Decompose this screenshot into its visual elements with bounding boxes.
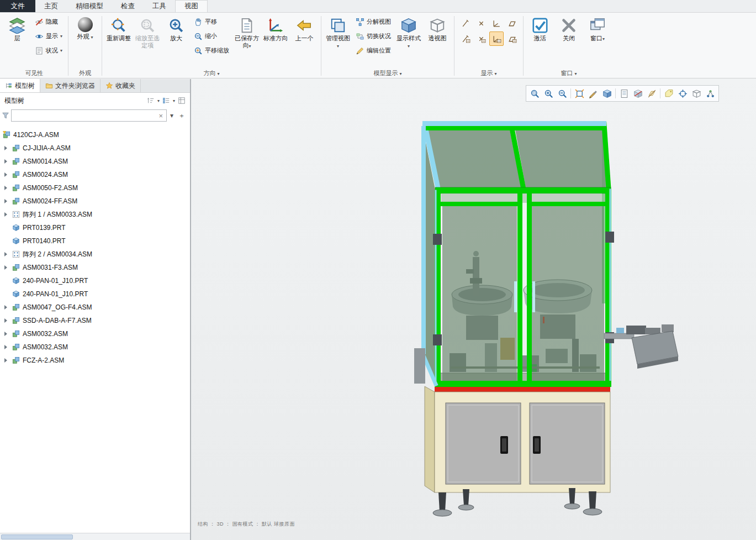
- point-tag-display-toggle[interactable]: [474, 32, 488, 46]
- repaint-icon[interactable]: [586, 87, 600, 100]
- tree-horizontal-scrollbar[interactable]: [0, 533, 190, 540]
- expand-arrow-icon[interactable]: [3, 344, 9, 350]
- close-window-button[interactable]: 关闭: [555, 15, 583, 44]
- tree-item[interactable]: ASM0024.ASM: [0, 168, 190, 181]
- zoom-in-icon[interactable]: [542, 87, 555, 100]
- spin-center-icon[interactable]: [676, 87, 689, 100]
- csys-display-toggle[interactable]: [489, 16, 504, 30]
- point-display-toggle[interactable]: [474, 16, 488, 30]
- edit-position-icon: [356, 46, 364, 55]
- tree-item[interactable]: PRT0140.PRT: [0, 234, 190, 248]
- expand-arrow-icon[interactable]: [3, 198, 9, 205]
- tree-item[interactable]: 4120CJ-A.ASM: [0, 128, 190, 141]
- perspective-icon[interactable]: [690, 87, 703, 100]
- zoom-in-button[interactable]: 放大: [162, 15, 190, 44]
- zoom-to-selected-button[interactable]: 缩放至选定项: [134, 15, 161, 51]
- expand-arrow-icon[interactable]: [3, 185, 9, 191]
- tree-item[interactable]: 240-PAN-01_J10.PRT: [0, 274, 190, 287]
- status-button[interactable]: 状况▾: [32, 44, 65, 57]
- tab-view[interactable]: 视图: [175, 0, 208, 12]
- pan-button[interactable]: 平移: [191, 15, 232, 29]
- tree-item[interactable]: CJ-JIJIA-A.ASM: [0, 141, 190, 155]
- window-button[interactable]: 窗口▾: [584, 15, 611, 44]
- tab-home[interactable]: 主页: [35, 0, 67, 12]
- display-style-icon[interactable]: [600, 87, 614, 100]
- tree-item[interactable]: ASM0032.ASM: [0, 340, 190, 354]
- plane-tag-display-toggle[interactable]: [505, 32, 519, 46]
- display-style-button[interactable]: 显示样式▾: [395, 15, 422, 51]
- manage-views-button[interactable]: 管理视图▾: [324, 15, 352, 51]
- previous-view-button[interactable]: 上一个: [290, 15, 318, 44]
- tree-search-input[interactable]: ×: [11, 109, 167, 122]
- panel-tab-folder-browser[interactable]: 文件夹浏览器: [40, 79, 101, 92]
- tree-item[interactable]: 阵列 2 / ASM0034.ASM: [0, 248, 190, 261]
- axis-tag-display-toggle[interactable]: [458, 32, 473, 46]
- exploded-view-button[interactable]: 分解视图: [353, 15, 394, 29]
- expand-arrow-icon[interactable]: [3, 331, 9, 337]
- saved-orientations-button[interactable]: 已保存方向▾: [233, 15, 261, 51]
- graphics-area[interactable]: 结构 ： 3D ： 固有模式 ： 默认 球接原面: [191, 79, 756, 540]
- tree-sort-dropdown[interactable]: ▾: [157, 98, 160, 103]
- tree-item[interactable]: ASM0024-FF.ASM: [0, 195, 190, 208]
- switch-state-button[interactable]: 切换状况: [353, 29, 394, 43]
- zoom-out-button[interactable]: 缩小: [191, 29, 232, 43]
- saved-views-icon[interactable]: [617, 87, 631, 100]
- edit-position-button[interactable]: 编辑位置: [353, 44, 394, 57]
- scrollbar-thumb[interactable]: [1, 534, 73, 539]
- tree-search-text[interactable]: [14, 112, 157, 119]
- tree-item[interactable]: ASM0032.ASM: [0, 327, 190, 340]
- tree-item[interactable]: 阵列 1 / ASM0033.ASM: [0, 208, 190, 221]
- add-filter-button[interactable]: ＋: [177, 111, 187, 120]
- zoom-out-icon[interactable]: [556, 87, 569, 100]
- csys-tag-display-toggle[interactable]: [489, 32, 504, 46]
- expand-arrow-icon[interactable]: [3, 211, 9, 218]
- panel-tab-favorites[interactable]: 收藏夹: [101, 79, 141, 92]
- datum-display-icon[interactable]: [645, 87, 658, 100]
- tree-item[interactable]: SSD-A-DAB-A-F7.ASM: [0, 314, 190, 327]
- pan-zoom-button[interactable]: 平移缩放: [191, 44, 232, 57]
- standard-orientation-button[interactable]: 标准方向: [262, 15, 289, 44]
- expand-arrow-icon[interactable]: [3, 304, 9, 311]
- section-icon[interactable]: [631, 87, 644, 100]
- tree-settings-icon[interactable]: [178, 97, 186, 104]
- expand-arrow-icon[interactable]: [3, 145, 9, 151]
- tab-tools[interactable]: 工具: [144, 0, 175, 12]
- tree-item[interactable]: 240-PAN-01_J10.PRT: [0, 287, 190, 301]
- appearance-button[interactable]: 外观 ▾: [71, 15, 99, 43]
- tree-item[interactable]: ASM0031-F3.ASM: [0, 261, 190, 274]
- expand-arrow-icon[interactable]: [3, 317, 9, 324]
- tab-file[interactable]: 文件: [0, 0, 35, 12]
- panel-tab-model-tree[interactable]: 模型树: [0, 79, 40, 92]
- hide-button[interactable]: 隐藏: [32, 15, 65, 29]
- tree-item[interactable]: FCZ-A-2.ASM: [0, 354, 190, 367]
- expand-arrow-icon[interactable]: [3, 357, 9, 364]
- box-zoom-icon[interactable]: [528, 87, 541, 100]
- machine-3d-model[interactable]: [191, 79, 756, 540]
- expand-arrow-icon[interactable]: [3, 158, 9, 165]
- tree-filter-list-icon[interactable]: [162, 97, 170, 104]
- tree-item[interactable]: PRT0139.PRT: [0, 221, 190, 234]
- tree-sort-icon[interactable]: [147, 97, 155, 104]
- axis-display-toggle[interactable]: [458, 16, 473, 30]
- expand-arrow-icon[interactable]: [3, 171, 9, 178]
- refit-icon[interactable]: [573, 87, 586, 100]
- plane-display-toggle[interactable]: [505, 16, 519, 30]
- refit-button[interactable]: 重新调整: [105, 15, 133, 44]
- tree-item[interactable]: ASM0014.ASM: [0, 155, 190, 168]
- tab-check[interactable]: 检查: [112, 0, 144, 12]
- annotations-icon[interactable]: [662, 87, 675, 100]
- perspective-button[interactable]: 透视图: [424, 15, 451, 44]
- show-button[interactable]: 显示▾: [32, 29, 65, 43]
- status-bar-text: 结构 ： 3D ： 固有模式 ： 默认 球接原面: [198, 521, 295, 528]
- search-options-dropdown[interactable]: ▾: [168, 112, 175, 119]
- tree-item[interactable]: ASM0050-F2.ASM: [0, 181, 190, 195]
- activate-button[interactable]: 激活: [526, 15, 554, 44]
- connections-icon[interactable]: [704, 87, 717, 100]
- expand-arrow-icon[interactable]: [3, 264, 9, 271]
- clear-search-icon[interactable]: ×: [157, 112, 164, 120]
- tree-filter-dropdown[interactable]: ▾: [173, 98, 175, 103]
- tab-fine-model[interactable]: 精细模型: [67, 0, 112, 12]
- layer-button[interactable]: 层: [3, 15, 31, 44]
- tree-item[interactable]: ASM0047_OG-F4.ASM: [0, 301, 190, 314]
- expand-arrow-icon[interactable]: [3, 251, 9, 258]
